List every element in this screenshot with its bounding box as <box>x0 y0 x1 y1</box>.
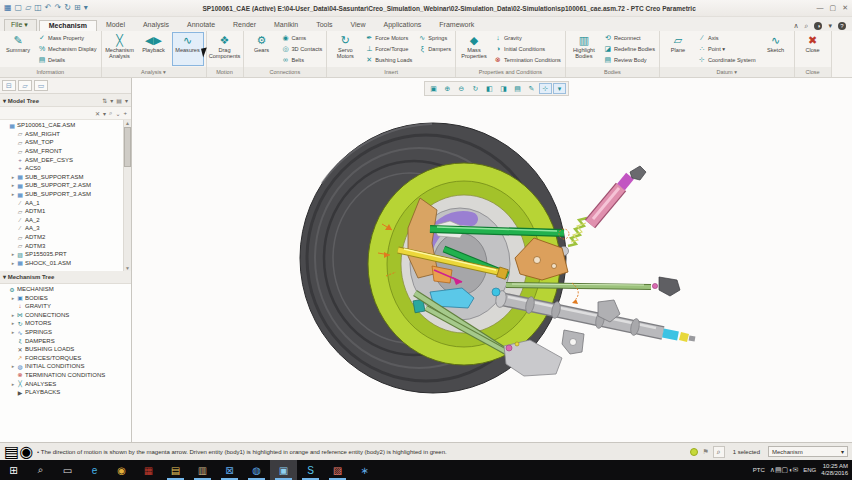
session-icon[interactable]: ◑ <box>814 22 822 30</box>
model-tree-tab-icon[interactable]: ⊟ <box>2 80 16 91</box>
initial-conditions-button[interactable]: ◑Initial Conditions <box>492 43 563 54</box>
tree-item-motors[interactable]: ▸↻MOTORS <box>0 319 131 328</box>
scroll-down-icon[interactable]: ▼ <box>125 265 130 271</box>
find-tool-icon[interactable]: ⌕ <box>713 446 725 458</box>
tab-analysis[interactable]: Analysis <box>134 20 178 31</box>
tab-model[interactable]: Model <box>97 20 134 31</box>
termination-conditions-button[interactable]: ⊗Termination Conditions <box>492 54 563 65</box>
tree-item-sub-support-2-asm[interactable]: ▸▦SUB_SUPPORT_2.ASM <box>0 181 131 190</box>
tree-item-sub-support-3-asm[interactable]: ▸▦SUB_SUPPORT_3.ASM <box>0 190 131 199</box>
mechanism-display-button[interactable]: %Mechanism Display <box>36 43 99 54</box>
tab-render[interactable]: Render <box>224 20 265 31</box>
tree-item-adtm3[interactable]: ▱ADTM3 <box>0 241 131 250</box>
language-indicator[interactable]: ENG <box>803 467 816 473</box>
tree-item-playbacks[interactable]: ▶PLAYBACKS <box>0 388 131 397</box>
creo-parametric-icon[interactable]: ▣ <box>270 460 297 480</box>
tree-item-adtm2[interactable]: ▱ADTM2 <box>0 233 131 242</box>
coordinate-system-button[interactable]: ⊹Coordinate System <box>696 54 758 65</box>
group-label-analysis[interactable]: Analysis ▾ <box>102 67 206 77</box>
model-tree-title[interactable]: ▾ Model Tree <box>3 97 39 104</box>
skype-icon[interactable]: S <box>297 460 324 480</box>
measures-button[interactable]: ∿Measures <box>172 32 204 66</box>
open-file-icon[interactable]: ▱ <box>25 3 31 13</box>
tree-item-asm-top[interactable]: ▱ASM_TOP <box>0 138 131 147</box>
tray-chat-icon[interactable]: ✉ <box>792 466 798 473</box>
scroll-thumb[interactable] <box>124 127 131 167</box>
group-label-datum[interactable]: Datum ▾ <box>660 67 794 77</box>
expand-icon[interactable]: + <box>123 110 127 116</box>
regenerate-icon[interactable]: ↻ <box>64 3 71 13</box>
annotation-display-icon[interactable]: ✎ <box>525 83 538 94</box>
window-icon[interactable]: ⊞ <box>74 3 81 13</box>
filter-dropdown-icon[interactable]: ▾ <box>103 110 106 117</box>
scroll-up-icon[interactable]: ▲ <box>125 120 130 126</box>
belts-button[interactable]: ∞Belts <box>280 54 325 65</box>
app-asterisk-icon[interactable]: ∗ <box>351 460 378 480</box>
tree-item-acs0[interactable]: +ACS0 <box>0 164 131 173</box>
tree-settings-dropdown-icon[interactable]: ▾ <box>110 97 113 104</box>
gears-button[interactable]: ⚙Gears <box>246 32 278 66</box>
3d-contacts-button[interactable]: ◎3D Contacts <box>280 43 325 54</box>
taskbar-clock[interactable]: 10:25 AM 4/28/2016 <box>821 463 848 478</box>
tab-mechanism[interactable]: Mechanism <box>39 20 97 31</box>
servo-motors-button[interactable]: ↻Servo Motors <box>329 32 361 66</box>
outlook-icon[interactable]: ⊠ <box>216 460 243 480</box>
selection-filter-dropdown[interactable]: Mechanism ▾ <box>768 446 848 457</box>
model-info-icon[interactable]: ◉ <box>19 443 33 460</box>
section-icon[interactable]: ◨ <box>497 83 510 94</box>
search-icon[interactable]: ⌕ <box>27 460 54 480</box>
model-tree-scrollbar[interactable]: ▲ ▼ <box>123 120 131 271</box>
minimize-button[interactable]: — <box>817 4 824 12</box>
dampers-button[interactable]: ξDampers <box>416 43 453 54</box>
tab-annotate[interactable]: Annotate <box>178 20 224 31</box>
tab-applications[interactable]: Applications <box>375 20 431 31</box>
redo-icon[interactable]: ↷ <box>55 3 62 13</box>
mechanism-tree-title[interactable]: ▾ Mechanism Tree <box>3 273 54 280</box>
zoom-out-icon[interactable]: ⊖ <box>455 83 468 94</box>
shock-absorber[interactable] <box>560 166 647 256</box>
plane-button[interactable]: ▱Plane <box>662 32 694 66</box>
mechanism-analysis-button[interactable]: ╳Mechanism Analysis <box>104 32 136 66</box>
new-file-icon[interactable]: ▢ <box>15 3 23 13</box>
flag-icon[interactable]: ⚑ <box>702 448 708 456</box>
mass-property-button[interactable]: ✓Mass Property <box>36 32 99 43</box>
summary-button[interactable]: ✎Summary <box>2 32 34 66</box>
powerpoint-icon[interactable]: ▨ <box>324 460 351 480</box>
command-search-icon[interactable]: ⌕ <box>805 22 809 30</box>
repaint-icon[interactable]: ↻ <box>469 83 482 94</box>
app-red-icon[interactable]: ▦ <box>135 460 162 480</box>
view-manager-icon[interactable]: ▾ <box>553 83 566 94</box>
session-dropdown-icon[interactable]: ▾ <box>828 22 832 30</box>
tree-item-gravity[interactable]: ↓GRAVITY <box>0 302 131 311</box>
spin-center-icon[interactable]: ⊹ <box>539 83 552 94</box>
review-body-button[interactable]: ▤Review Body <box>602 54 657 65</box>
find-icon[interactable]: ⌕ <box>109 110 112 117</box>
springs-button[interactable]: ∿Springs <box>416 32 453 43</box>
chrome-icon[interactable]: ◉ <box>108 460 135 480</box>
minimize-ribbon-icon[interactable]: ∧ <box>793 22 798 30</box>
tree-item-asm-def-csys[interactable]: +ASM_DEF_CSYS <box>0 155 131 164</box>
tree-item-analyses[interactable]: ▸╳ANALYSES <box>0 379 131 388</box>
tab-tools[interactable]: Tools <box>307 20 341 31</box>
tree-item-connections[interactable]: ▸⋈CONNECTIONS <box>0 311 131 320</box>
tree-item-sub-support-asm[interactable]: ▸▦SUB_SUPPORT.ASM <box>0 173 131 182</box>
tree-item-aa-3[interactable]: ∕AA_3 <box>0 224 131 233</box>
lync-icon[interactable]: ◍ <box>243 460 270 480</box>
close-button[interactable]: ✖Close <box>797 32 829 66</box>
tree-item-bodies[interactable]: ▸▣BODIES <box>0 293 131 302</box>
tree-item-asm-front[interactable]: ▱ASM_FRONT <box>0 147 131 156</box>
tree-columns-icon[interactable]: ▤ <box>116 97 122 104</box>
task-view-icon[interactable]: ▭ <box>54 460 81 480</box>
sketch-button[interactable]: ∿Sketch <box>760 32 792 66</box>
tree-settings-icon[interactable]: ⇅ <box>102 97 107 104</box>
edge-browser-icon[interactable]: e <box>81 460 108 480</box>
app-tan-icon[interactable]: ▥ <box>189 460 216 480</box>
saved-orientations-icon[interactable]: ▤ <box>511 83 524 94</box>
tree-item-sp155035-prt[interactable]: ▸▨SP155035.PRT <box>0 250 131 259</box>
graphics-area[interactable]: ▣⊕⊖↻◧◨▤✎⊹▾ <box>132 78 852 442</box>
bushing-loads-button[interactable]: ✕Bushing Loads <box>363 54 414 65</box>
drag-components-button[interactable]: ❖Drag Components <box>209 32 241 66</box>
tree-item-aa-2[interactable]: ∕AA_2 <box>0 216 131 225</box>
redefine-bodies-button[interactable]: ◪Redefine Bodies <box>602 43 657 54</box>
message-log-icon[interactable]: ▤ <box>4 443 19 460</box>
